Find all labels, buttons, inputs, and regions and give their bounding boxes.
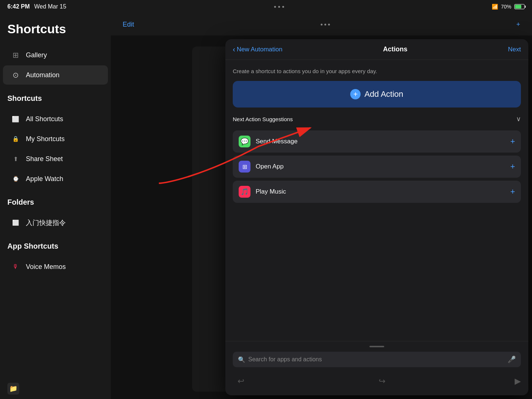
microphone-icon[interactable]: 🎤 (508, 355, 516, 364)
sidebar-item-apple-watch[interactable]: ⌚ Apple Watch (3, 169, 108, 188)
open-app-icon: ⊞ (239, 161, 250, 173)
search-icon: 🔍 (238, 356, 245, 363)
shortcuts-section-label: Shortcuts (0, 88, 111, 106)
open-app-label: Open App (256, 163, 510, 170)
play-music-plus[interactable]: + (510, 187, 515, 197)
suggestions-list: 💬 Send Message + ⊞ Open App + 🎵 Play Mus… (233, 130, 521, 206)
edit-button[interactable]: Edit (118, 18, 139, 31)
app-shortcuts-section-label: App Shortcuts (0, 236, 111, 253)
undo-button[interactable]: ↩ (233, 373, 249, 389)
status-bar: 6:42 PM Wed Mar 15 📶 70% (0, 0, 532, 13)
sidebar-item-voice-memos[interactable]: 🎙 Voice Memos (3, 257, 108, 276)
sidebar-header: Shortcuts (0, 13, 111, 42)
battery-tip (525, 6, 526, 8)
content-body: › ‹ New Automation Actions Next Create a… (111, 35, 532, 399)
send-message-plus[interactable]: + (510, 137, 515, 146)
my-shortcuts-icon: 🔒 (10, 134, 21, 144)
sidebar-item-share-sheet[interactable]: ⬆ Share Sheet (3, 149, 108, 168)
footer-folder-icon: 📁 (7, 383, 19, 395)
search-placeholder: Search for apps and actions (248, 356, 505, 363)
content-area: Edit + › ‹ New Automation Actions (111, 13, 532, 399)
sidebar-item-automation[interactable]: ⊙ Automation (3, 65, 108, 85)
suggestion-open-app[interactable]: ⊞ Open App + (233, 156, 521, 178)
suggestion-play-music[interactable]: 🎵 Play Music + (233, 181, 521, 203)
status-time: 6:42 PM (7, 3, 30, 10)
battery-icon (514, 4, 525, 9)
status-right: 📶 70% (492, 4, 525, 10)
my-shortcuts-label: My Shortcuts (26, 135, 65, 143)
battery-percent: 70% (501, 4, 511, 10)
main-layout: Shortcuts ⊞ Gallery ⊙ Automation Shortcu… (0, 13, 532, 399)
sidebar-item-gallery[interactable]: ⊞ Gallery (3, 45, 108, 65)
drag-handle (369, 346, 384, 347)
send-message-label: Send Message (256, 138, 510, 145)
modal-body: Create a shortcut to actions you do in y… (225, 60, 528, 341)
sidebar: Shortcuts ⊞ Gallery ⊙ Automation Shortcu… (0, 13, 111, 399)
sidebar-item-all-shortcuts[interactable]: ⬜ All Shortcuts (3, 109, 108, 129)
suggestions-title: Next Action Suggestions (233, 116, 293, 122)
add-action-plus-icon: + (350, 89, 361, 99)
folder-icon: ⬜ (10, 218, 21, 228)
automation-label: Automation (26, 71, 59, 79)
voice-memos-icon: 🎙 (10, 262, 21, 272)
add-button[interactable]: + (512, 18, 525, 31)
open-app-plus[interactable]: + (510, 162, 515, 171)
suggestions-header: Next Action Suggestions ∨ (233, 113, 521, 125)
all-shortcuts-label: All Shortcuts (26, 115, 63, 123)
battery-fill (515, 5, 521, 8)
apple-watch-label: Apple Watch (26, 175, 63, 183)
modal-back-label: New Automation (237, 46, 283, 53)
folders-nav: ⬜ 入门快捷指令 (0, 209, 111, 236)
automation-icon: ⊙ (10, 70, 21, 80)
shortcuts-nav: ⬜ All Shortcuts 🔒 My Shortcuts ⬆ Share S… (0, 106, 111, 192)
sidebar-nav: ⊞ Gallery ⊙ Automation (0, 42, 111, 88)
add-action-button[interactable]: + Add Action (233, 81, 521, 108)
suggestion-send-message[interactable]: 💬 Send Message + (233, 130, 521, 153)
modal-title: Actions (383, 45, 407, 53)
apple-watch-icon: ⌚ (10, 174, 21, 184)
all-shortcuts-icon: ⬜ (10, 114, 21, 124)
status-dot-3 (282, 6, 284, 8)
toolbar-dot-3 (328, 24, 330, 25)
modal-bottom: 🔍 Search for apps and actions 🎤 ↩ ↪ ▶ (225, 341, 528, 395)
modal-actions-row: ↩ ↪ ▶ (233, 372, 521, 391)
status-dot-2 (278, 6, 280, 8)
play-music-label: Play Music (256, 188, 510, 195)
send-message-icon: 💬 (239, 136, 250, 147)
sidebar-item-folder-1[interactable]: ⬜ 入门快捷指令 (3, 213, 108, 232)
sidebar-footer: 📁 (0, 378, 111, 399)
folder-1-label: 入门快捷指令 (26, 218, 66, 227)
play-button[interactable]: ▶ (515, 376, 521, 386)
modal-panel: ‹ New Automation Actions Next Create a s… (225, 39, 528, 395)
status-left: 6:42 PM Wed Mar 15 (7, 3, 66, 10)
toolbar-dot-2 (324, 24, 326, 25)
redo-button[interactable]: ↪ (374, 373, 390, 389)
add-action-label: Add Action (364, 89, 403, 99)
status-dot-1 (274, 6, 276, 8)
gallery-label: Gallery (26, 51, 47, 59)
share-sheet-label: Share Sheet (26, 155, 63, 163)
modal-next-button[interactable]: Next (508, 46, 521, 53)
modal-description: Create a shortcut to actions you do in y… (233, 67, 521, 75)
folders-section-label: Folders (0, 192, 111, 209)
search-bar[interactable]: 🔍 Search for apps and actions 🎤 (233, 352, 521, 367)
play-music-icon: 🎵 (239, 186, 250, 198)
wifi-icon: 📶 (492, 4, 498, 10)
status-date: Wed Mar 15 (34, 3, 66, 10)
content-toolbar: Edit + (111, 13, 532, 35)
toolbar-dots (321, 24, 330, 25)
modal-back-button[interactable]: ‹ New Automation (233, 45, 282, 54)
sidebar-title: Shortcuts (7, 22, 103, 36)
voice-memos-label: Voice Memos (26, 263, 66, 271)
app-shortcuts-nav: 🎙 Voice Memos (0, 253, 111, 280)
share-sheet-icon: ⬆ (10, 154, 21, 164)
sidebar-item-my-shortcuts[interactable]: 🔒 My Shortcuts (3, 129, 108, 149)
status-center (274, 6, 284, 8)
back-chevron-icon: ‹ (233, 45, 235, 54)
gallery-icon: ⊞ (10, 50, 21, 60)
modal-header: ‹ New Automation Actions Next (225, 39, 528, 60)
suggestions-chevron-icon[interactable]: ∨ (516, 115, 521, 123)
toolbar-dot-1 (321, 24, 323, 25)
